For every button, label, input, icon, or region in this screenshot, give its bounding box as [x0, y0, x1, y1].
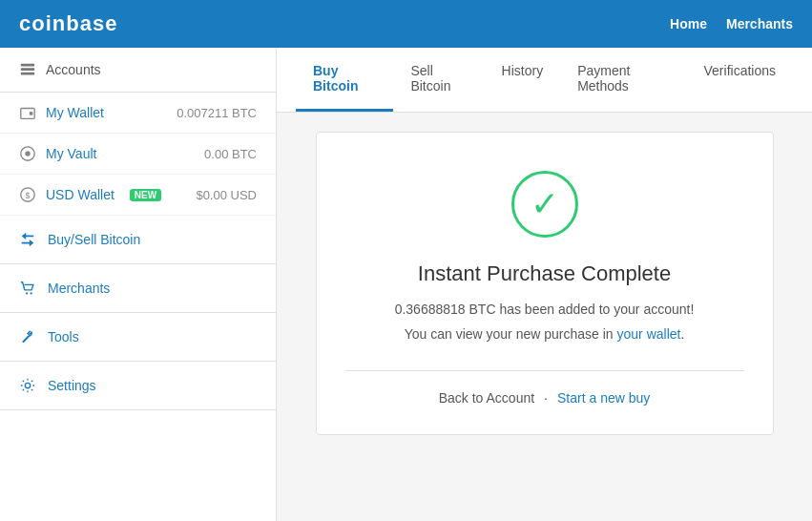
wallet-link[interactable]: your wallet	[617, 326, 681, 342]
merchants-nav-label: Merchants	[48, 281, 110, 296]
my-wallet-row[interactable]: My Wallet 0.007211 BTC	[0, 93, 276, 134]
back-to-account-link[interactable]: Back to Account	[439, 390, 534, 406]
main-content: Buy Bitcoin Sell Bitcoin History Payment…	[277, 48, 812, 521]
usd-wallet-value: $0.00 USD	[196, 188, 257, 202]
svg-point-10	[31, 292, 32, 294]
svg-point-6	[25, 151, 30, 156]
logo: coinbase	[19, 11, 117, 36]
my-vault-label: My Vault	[46, 146, 96, 161]
tools-icon	[19, 328, 36, 345]
divider	[345, 370, 744, 371]
accounts-icon	[19, 61, 36, 78]
success-link-before: You can view your new purchase in	[405, 326, 617, 342]
svg-point-9	[26, 292, 28, 294]
tab-verifications[interactable]: Verifications	[687, 48, 793, 112]
sidebar-item-settings[interactable]: Settings	[0, 362, 276, 410]
settings-icon	[19, 377, 36, 394]
wallet-icon	[19, 104, 36, 121]
sidebar-accounts-header: Accounts	[0, 48, 276, 93]
header-nav: Home Merchants	[670, 16, 793, 31]
svg-rect-4	[30, 112, 33, 115]
success-subtitle: 0.36688818 BTC has been added to your ac…	[345, 302, 744, 317]
svg-text:$: $	[25, 191, 30, 200]
new-badge: NEW	[130, 189, 161, 201]
tab-payment-methods[interactable]: Payment Methods	[560, 48, 686, 112]
my-wallet-value: 0.007211 BTC	[177, 106, 257, 120]
svg-point-11	[25, 383, 30, 387]
accounts-label: Accounts	[46, 62, 101, 77]
start-new-buy-link[interactable]: Start a new buy	[557, 390, 650, 406]
content-area: ✓ Instant Purchase Complete 0.36688818 B…	[277, 113, 812, 454]
vault-icon	[19, 145, 36, 162]
tab-buy-bitcoin[interactable]: Buy Bitcoin	[296, 48, 393, 112]
settings-label: Settings	[48, 378, 96, 393]
buy-sell-label: Buy/Sell Bitcoin	[48, 232, 140, 247]
tabs-bar: Buy Bitcoin Sell Bitcoin History Payment…	[277, 48, 812, 113]
success-icon-container: ✓	[511, 171, 578, 238]
merchants-link[interactable]: Merchants	[726, 16, 793, 31]
success-link-text: You can view your new purchase in your w…	[345, 326, 744, 342]
sidebar-item-merchants[interactable]: Merchants	[0, 264, 276, 313]
action-separator: ·	[544, 390, 548, 406]
home-link[interactable]: Home	[670, 16, 707, 31]
my-vault-value: 0.00 BTC	[204, 147, 257, 161]
sidebar-item-tools[interactable]: Tools	[0, 313, 276, 362]
header: coinbase Home Merchants	[0, 0, 812, 48]
my-wallet-label: My Wallet	[46, 105, 104, 120]
success-actions: Back to Account · Start a new buy	[345, 390, 744, 406]
svg-rect-2	[21, 73, 34, 75]
usd-wallet-label: USD Wallet	[46, 187, 115, 202]
success-link-after: .	[680, 326, 684, 342]
exchange-icon	[19, 231, 36, 248]
sidebar-item-buy-sell[interactable]: Buy/Sell Bitcoin	[0, 216, 276, 264]
tab-sell-bitcoin[interactable]: Sell Bitcoin	[393, 48, 484, 112]
success-card: ✓ Instant Purchase Complete 0.36688818 B…	[316, 132, 774, 435]
check-icon: ✓	[531, 187, 559, 221]
svg-rect-0	[21, 64, 34, 67]
cart-icon	[19, 280, 36, 297]
tab-history[interactable]: History	[485, 48, 561, 112]
svg-rect-1	[21, 68, 34, 71]
layout: Accounts My Wallet 0.007211 BTC My Vault	[0, 48, 812, 521]
usd-icon: $	[19, 186, 36, 203]
tools-label: Tools	[48, 329, 79, 344]
success-title: Instant Purchase Complete	[345, 261, 744, 286]
my-vault-row[interactable]: My Vault 0.00 BTC	[0, 134, 276, 175]
usd-wallet-row[interactable]: $ USD Wallet NEW $0.00 USD	[0, 175, 276, 216]
sidebar: Accounts My Wallet 0.007211 BTC My Vault	[0, 48, 277, 521]
